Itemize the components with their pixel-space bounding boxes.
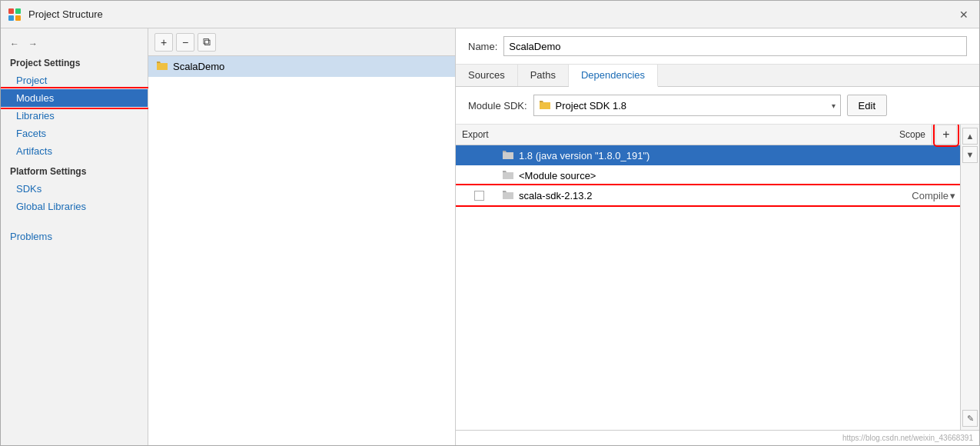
dep-move-down-button[interactable]: ▼ <box>962 146 978 163</box>
dep-export-checkbox[interactable] <box>474 191 484 201</box>
sidebar-item-modules[interactable]: Modules <box>1 89 148 107</box>
nav-forward-button[interactable]: → <box>25 36 41 52</box>
dep-export-scala-sdk[interactable] <box>456 191 502 201</box>
scope-col-header: Scope <box>839 126 932 143</box>
sidebar-item-facets[interactable]: Facets <box>1 125 148 142</box>
name-row: Name: <box>456 28 979 65</box>
sidebar-item-global-libraries[interactable]: Global Libraries <box>1 198 148 215</box>
name-col-header <box>502 131 839 138</box>
window-title: Project Structure <box>28 8 955 20</box>
chevron-down-icon: ▾ <box>832 102 835 110</box>
problems-link[interactable]: Problems <box>10 231 52 242</box>
dep-scope-scala-sdk[interactable]: Compile ▾ <box>868 190 960 201</box>
module-source-folder-icon <box>502 169 514 182</box>
project-structure-window: Project Structure ✕ ← → Project Settings… <box>0 0 980 446</box>
module-list-panel: + − ⧉ ScalaDemo <box>148 28 456 445</box>
scala-sdk-folder-icon <box>502 189 514 202</box>
tab-sources[interactable]: Sources <box>456 65 518 86</box>
module-sdk-label: Module SDK: <box>468 100 527 112</box>
module-sdk-row: Module SDK: Project SDK 1.8 ▾ Edit <box>456 87 979 125</box>
content-area: ← → Project Settings Project Modules Lib… <box>1 28 979 445</box>
sidebar-item-artifacts[interactable]: Artifacts <box>1 142 148 160</box>
svg-rect-1 <box>15 8 21 14</box>
dependencies-tab-content: Module SDK: Project SDK 1.8 ▾ Edit <box>456 87 979 430</box>
url-bar: https://blog.csdn.net/weixin_43668391 <box>456 430 979 445</box>
remove-module-button[interactable]: − <box>176 33 194 52</box>
sidebar: ← → Project Settings Project Modules Lib… <box>1 28 148 445</box>
add-module-button[interactable]: + <box>154 33 173 52</box>
deps-header-row: Export Scope + <box>456 125 960 145</box>
detail-side-buttons: ▲ ▼ ✎ <box>960 125 979 430</box>
sidebar-item-sdks[interactable]: SDKs <box>1 180 148 198</box>
project-settings-header: Project Settings <box>1 52 148 72</box>
close-button[interactable]: ✕ <box>955 5 973 24</box>
dep-row-module-source[interactable]: <Module source> <box>456 165 960 185</box>
app-icon <box>7 7 22 22</box>
sidebar-item-libraries[interactable]: Libraries <box>1 107 148 125</box>
scope-dropdown-arrow: ▾ <box>950 190 955 201</box>
tabs-row: Sources Paths Dependencies <box>456 65 979 87</box>
module-sdk-select[interactable]: Project SDK 1.8 ▾ <box>533 95 841 116</box>
svg-rect-3 <box>15 15 21 21</box>
dep-name-scala-sdk: scala-sdk-2.13.2 <box>502 189 868 202</box>
deps-list: 1.8 (java version "1.8.0_191") <box>456 145 960 430</box>
dep-scope-value: Compile ▾ <box>912 190 955 201</box>
copy-module-button[interactable]: ⧉ <box>198 33 216 52</box>
deps-main: Export Scope + <box>456 125 960 430</box>
name-label: Name: <box>468 41 497 52</box>
jdk-folder-icon <box>502 149 514 162</box>
edit-sdk-button[interactable]: Edit <box>847 95 887 116</box>
tab-paths[interactable]: Paths <box>518 65 569 86</box>
dep-move-up-button[interactable]: ▲ <box>962 128 978 145</box>
add-dependency-button[interactable]: + <box>935 125 957 145</box>
sdk-folder-icon <box>539 99 551 112</box>
dep-name-jdk: 1.8 (java version "1.8.0_191") <box>502 149 868 162</box>
module-toolbar: + − ⧉ <box>148 28 455 56</box>
detail-panel: Name: Sources Paths Dependencies Mo <box>456 28 979 445</box>
svg-rect-0 <box>8 8 14 14</box>
name-input[interactable] <box>503 36 967 56</box>
module-item[interactable]: ScalaDemo <box>148 56 455 77</box>
nav-back-button[interactable]: ← <box>7 36 22 52</box>
sdk-value: Project SDK 1.8 <box>556 100 827 112</box>
platform-settings-header: Platform Settings <box>1 160 148 180</box>
title-bar: Project Structure ✕ <box>1 1 979 28</box>
sidebar-nav: ← → <box>1 32 148 52</box>
dep-edit-button[interactable]: ✎ <box>962 410 978 427</box>
dep-name-module-source: <Module source> <box>502 169 868 182</box>
svg-rect-2 <box>8 15 14 21</box>
tab-dependencies[interactable]: Dependencies <box>569 65 658 87</box>
deps-outer: Export Scope + <box>456 125 979 430</box>
module-name: ScalaDemo <box>173 61 224 72</box>
export-col-header: Export <box>456 126 502 143</box>
dep-row-jdk[interactable]: 1.8 (java version "1.8.0_191") <box>456 145 960 165</box>
module-folder-icon <box>156 60 168 73</box>
dep-row-scala-sdk[interactable]: scala-sdk-2.13.2 Compile ▾ <box>456 185 960 205</box>
module-list: ScalaDemo <box>148 56 455 445</box>
add-dep-btn-wrapper: + <box>932 125 960 145</box>
sidebar-item-project[interactable]: Project <box>1 72 148 89</box>
problems-section: Problems <box>1 215 148 248</box>
